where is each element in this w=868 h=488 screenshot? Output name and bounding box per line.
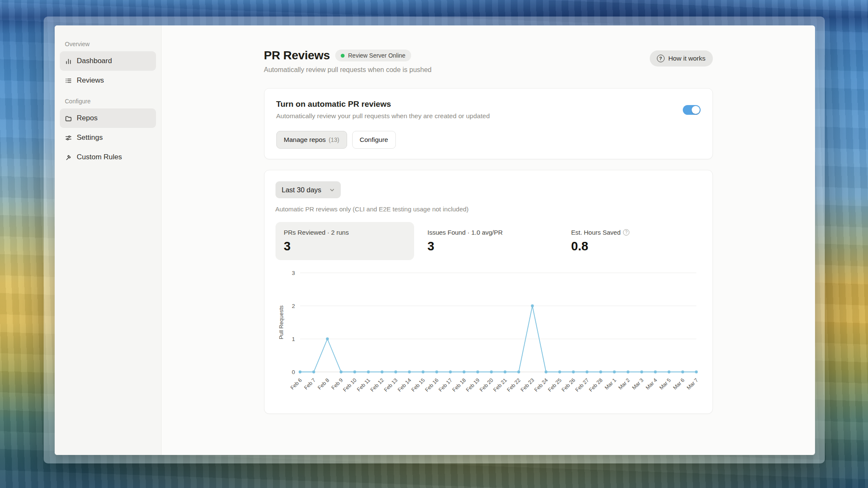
svg-text:Pull Requests: Pull Requests <box>278 305 284 339</box>
how-it-works-button[interactable]: ? How it works <box>650 50 713 67</box>
manage-repos-button[interactable]: Manage repos (13) <box>276 131 347 149</box>
svg-text:Mar 2: Mar 2 <box>617 377 631 391</box>
sidebar-item-dashboard[interactable]: Dashboard <box>60 51 156 71</box>
manage-repos-count: (13) <box>329 136 339 143</box>
stat-est-hours-saved[interactable]: Est. Hours Saved?0.8 <box>563 222 701 260</box>
sidebar-item-label: Reviews <box>77 76 104 85</box>
manage-repos-label: Manage repos <box>284 136 326 144</box>
page-title: PR Reviews <box>264 49 330 62</box>
auto-review-card: Turn on automatic PR reviews Automatical… <box>264 88 713 159</box>
svg-text:Feb 17: Feb 17 <box>437 377 453 393</box>
svg-text:Feb 19: Feb 19 <box>465 377 480 393</box>
sidebar-item-repos[interactable]: Repos <box>60 108 156 128</box>
sidebar-item-label: Custom Rules <box>77 153 122 161</box>
chevron-down-icon <box>329 187 335 193</box>
status-badge-label: Review Server Online <box>348 52 405 59</box>
svg-text:Feb 21: Feb 21 <box>492 377 508 393</box>
sidebar-section-label: Overview <box>65 41 156 47</box>
info-icon: ? <box>623 229 629 236</box>
svg-text:Mar 1: Mar 1 <box>604 377 618 391</box>
stat-issues-found[interactable]: Issues Found · 1.0 avg/PR3 <box>419 222 558 260</box>
svg-text:Feb 12: Feb 12 <box>369 377 385 393</box>
sliders-icon <box>65 134 72 141</box>
svg-text:Feb 15: Feb 15 <box>410 377 426 393</box>
sidebar-item-label: Repos <box>77 114 97 122</box>
stat-value: 3 <box>428 239 549 253</box>
bar-chart-icon <box>65 58 72 65</box>
main-content: PR Reviews Review Server Online Automati… <box>161 25 815 455</box>
stats-row: PRs Reviewed · 2 runs3Issues Found · 1.0… <box>275 222 701 260</box>
stat-prs-reviewed[interactable]: PRs Reviewed · 2 runs3 <box>275 222 414 260</box>
stat-label: PRs Reviewed · 2 runs <box>284 229 406 236</box>
svg-text:Feb 23: Feb 23 <box>519 377 535 393</box>
stat-label: Issues Found · 1.0 avg/PR <box>428 229 549 236</box>
folder-icon <box>65 115 72 122</box>
svg-text:Feb 27: Feb 27 <box>574 377 590 393</box>
auto-review-title: Turn on automatic PR reviews <box>276 100 490 109</box>
svg-text:Feb 24: Feb 24 <box>533 377 549 393</box>
toggle-knob-icon <box>692 106 700 114</box>
tools-icon <box>65 154 72 161</box>
pull-requests-chart: 0123Pull RequestsFeb 6Feb 7Feb 8Feb 9Feb… <box>275 266 702 402</box>
svg-text:Mar 3: Mar 3 <box>631 377 645 391</box>
svg-text:Mar 4: Mar 4 <box>644 377 658 391</box>
sidebar-item-label: Settings <box>77 133 103 142</box>
svg-text:0: 0 <box>292 369 295 375</box>
svg-text:Mar 6: Mar 6 <box>672 377 686 391</box>
svg-text:Feb 7: Feb 7 <box>303 377 317 391</box>
date-range-select[interactable]: Last 30 days <box>275 181 341 198</box>
sidebar-item-label: Dashboard <box>77 57 112 65</box>
list-icon <box>65 77 72 84</box>
svg-text:Feb 26: Feb 26 <box>560 377 576 393</box>
sidebar: OverviewDashboardReviewsConfigureReposSe… <box>55 25 161 455</box>
svg-text:Feb 28: Feb 28 <box>588 377 604 393</box>
app-window: OverviewDashboardReviewsConfigureReposSe… <box>55 25 815 455</box>
stats-caption: Automatic PR reviews only (CLI and E2E t… <box>275 205 701 213</box>
svg-text:Feb 18: Feb 18 <box>451 377 467 393</box>
stats-card: Last 30 days Automatic PR reviews only (… <box>264 170 713 414</box>
sidebar-item-reviews[interactable]: Reviews <box>60 71 156 90</box>
svg-text:Feb 10: Feb 10 <box>342 377 357 393</box>
svg-text:Mar 7: Mar 7 <box>685 377 699 391</box>
how-it-works-label: How it works <box>668 55 706 62</box>
page-subtitle: Automatically review pull requests when … <box>264 66 432 74</box>
svg-text:Feb 25: Feb 25 <box>547 377 562 393</box>
status-badge: Review Server Online <box>335 50 411 61</box>
sidebar-item-settings[interactable]: Settings <box>60 128 156 147</box>
stat-value: 0.8 <box>571 239 693 253</box>
question-icon: ? <box>657 55 665 62</box>
svg-text:Feb 11: Feb 11 <box>356 377 371 393</box>
svg-text:Feb 16: Feb 16 <box>424 377 440 393</box>
svg-text:Feb 14: Feb 14 <box>396 377 412 393</box>
svg-text:Feb 6: Feb 6 <box>289 377 303 391</box>
window-frame: OverviewDashboardReviewsConfigureReposSe… <box>44 17 825 463</box>
svg-text:Feb 13: Feb 13 <box>383 377 398 393</box>
svg-text:Mar 5: Mar 5 <box>658 377 672 391</box>
date-range-label: Last 30 days <box>282 186 322 194</box>
chart-area: 0123Pull RequestsFeb 6Feb 7Feb 8Feb 9Feb… <box>275 266 701 404</box>
stat-label: Est. Hours Saved? <box>571 229 693 236</box>
svg-text:Feb 22: Feb 22 <box>506 377 521 393</box>
auto-review-toggle[interactable] <box>683 105 701 115</box>
svg-text:3: 3 <box>292 270 295 276</box>
configure-button[interactable]: Configure <box>352 131 396 149</box>
svg-text:1: 1 <box>292 336 295 342</box>
svg-text:Feb 20: Feb 20 <box>479 377 494 393</box>
status-dot-icon <box>341 54 345 58</box>
auto-review-subtitle: Automatically review your pull requests … <box>276 112 490 120</box>
stat-value: 3 <box>284 239 406 253</box>
sidebar-item-custom-rules[interactable]: Custom Rules <box>60 147 156 167</box>
svg-text:Feb 8: Feb 8 <box>317 377 331 391</box>
svg-text:2: 2 <box>292 303 295 309</box>
sidebar-section-label: Configure <box>65 98 156 105</box>
page-header: PR Reviews Review Server Online Automati… <box>264 49 713 74</box>
